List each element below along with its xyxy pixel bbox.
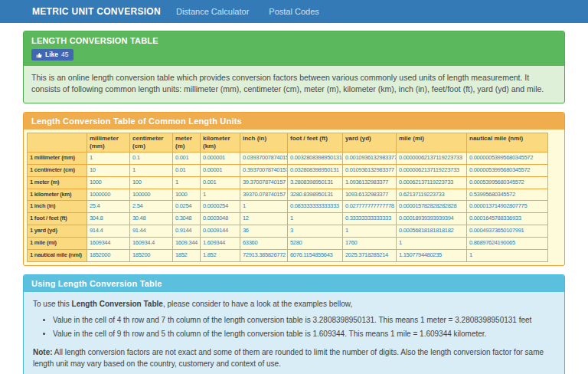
table-row: 1 yard (yd)914.491.440.91440.00091443631… — [28, 225, 548, 238]
value-cell: 0.0000053995680345572 — [467, 164, 548, 176]
value-cell: 91.44 — [130, 225, 173, 238]
value-cell: 0.0000254 — [201, 201, 240, 213]
value-cell: 1 — [397, 238, 467, 250]
value-cell: 185200 — [130, 249, 173, 261]
usage-note: Note: All length conversion factors are … — [33, 347, 555, 369]
length-panel-heading: LENGTH CONVERSION TABLE Like 45 — [24, 31, 564, 66]
length-panel-title: LENGTH CONVERSION TABLE — [31, 36, 557, 45]
value-cell: 1 — [343, 225, 397, 238]
row-label-cell: 1 kilometer (km) — [28, 189, 87, 201]
table-row: 1 kilometer (km)10000001000001000139370.… — [28, 189, 548, 201]
value-cell: 0.00000053995680345572 — [467, 152, 548, 164]
usage-example-item: Value in the cell of 4 th row and 7 th c… — [53, 315, 555, 326]
facebook-like-button[interactable]: Like 45 — [31, 49, 74, 61]
value-cell: 0.0032808398950131 — [288, 152, 343, 164]
nav-link[interactable]: Distance Calculator — [176, 7, 249, 16]
value-cell: 0.53995680345572 — [467, 189, 548, 201]
value-cell: 0.00000062137119223733 — [397, 152, 467, 164]
value-cell: 2.54 — [130, 201, 173, 213]
table-row: 1 nautical mile (nmi)185200018520018521.… — [28, 249, 548, 261]
value-cell: 25.4 — [87, 201, 130, 213]
brand-link[interactable]: METRIC UNIT CONVERSION — [32, 6, 161, 17]
value-cell: 0.00001 — [201, 164, 240, 176]
value-cell: 160934.4 — [130, 238, 173, 250]
column-header-cell: inch (in) — [240, 133, 288, 152]
navbar: METRIC UNIT CONVERSION Distance Calculat… — [0, 0, 588, 23]
value-cell: 914.4 — [87, 225, 130, 238]
table-header-row: millimeter (mm)centimeter (cm)meter (m)k… — [28, 133, 548, 152]
column-header-cell: yard (yd) — [343, 133, 397, 152]
value-cell: 1852 — [173, 249, 201, 261]
value-cell: 72913.385826772 — [240, 249, 288, 261]
value-cell: 1000000 — [87, 189, 130, 201]
value-cell: 0.9144 — [173, 225, 201, 238]
value-cell: 0.027777777777778 — [343, 201, 397, 213]
conversion-table-title: Length Conversion Table of Common Length… — [31, 116, 557, 126]
table-row: 1 inch (in)25.42.540.02540.000025410.083… — [28, 201, 548, 213]
value-cell: 3280.8398950131 — [288, 189, 343, 201]
usage-panel-heading: Using Length Conversion Table — [24, 275, 564, 292]
value-cell: 0.00018939393939394 — [397, 213, 467, 225]
value-cell: 0.0254 — [173, 201, 201, 213]
usage-panel-title: Using Length Conversion Table — [31, 279, 557, 288]
row-label-cell: 1 meter (m) — [28, 176, 87, 189]
column-header-cell: centimeter (cm) — [130, 133, 173, 152]
value-cell: 304.8 — [87, 213, 130, 225]
thumbs-up-icon — [36, 51, 43, 58]
value-cell: 0.001 — [201, 176, 240, 189]
value-cell: 3.2808398950131 — [288, 176, 343, 189]
value-cell: 39.370078740157 — [240, 176, 288, 189]
value-cell: 0.000015782828282828 — [397, 201, 467, 213]
value-cell: 1609.344 — [173, 238, 201, 250]
nav-link[interactable]: Postal Codes — [269, 7, 318, 16]
value-cell: 1000 — [87, 176, 130, 189]
value-cell: 0.032808398950131 — [288, 164, 343, 176]
value-cell: 12 — [240, 213, 288, 225]
row-label-cell: 1 foot / feet (ft) — [28, 213, 87, 225]
value-cell: 0.0009144 — [201, 225, 240, 238]
value-cell: 0.00053995680345572 — [467, 176, 548, 189]
value-cell: 0.39370078740157 — [240, 164, 288, 176]
value-cell: 0.001 — [173, 152, 201, 164]
value-cell: 1 — [240, 201, 288, 213]
usage-panel: Using Length Conversion Table To use thi… — [23, 274, 565, 374]
length-conversion-table: millimeter (mm)centimeter (cm)meter (m)k… — [27, 133, 548, 262]
row-label-cell: 1 millimeter (mm) — [28, 152, 87, 164]
value-cell: 2025.3718285214 — [343, 249, 397, 261]
value-cell: 10 — [87, 164, 130, 176]
value-cell: 1 — [201, 189, 240, 201]
value-cell: 0.62137119223733 — [397, 189, 467, 201]
value-cell: 0.0003048 — [201, 213, 240, 225]
value-cell: 1852000 — [87, 249, 130, 261]
value-cell: 0.00056818181818182 — [397, 225, 467, 238]
value-cell: 0.1 — [130, 152, 173, 164]
table-row: 1 centimeter (cm)1010.010.000010.3937007… — [28, 164, 548, 176]
column-header-cell: kilometer (km) — [201, 133, 240, 152]
value-cell: 0.86897624190065 — [467, 238, 548, 250]
usage-example-item: Value in the cell of 9 th row and 5 th c… — [53, 329, 555, 340]
value-cell: 1.1507794480235 — [397, 249, 467, 261]
usage-panel-body: To use this Length Conversion Table, ple… — [24, 292, 564, 374]
like-label: Like — [45, 51, 58, 58]
value-cell: 63360 — [240, 238, 288, 250]
value-cell: 0.00049373650107991 — [467, 225, 548, 238]
length-panel-description: This is an online length conversion tabl… — [24, 66, 564, 103]
usage-examples-list: Value in the cell of 4 th row and 7 th c… — [53, 315, 555, 340]
value-cell: 1760 — [343, 238, 397, 250]
value-cell: 1 — [130, 164, 173, 176]
column-header-cell: meter (m) — [173, 133, 201, 152]
nav-links: Distance CalculatorPostal Codes — [176, 7, 339, 16]
main-content: LENGTH CONVERSION TABLE Like 45 This is … — [23, 31, 565, 374]
value-cell: 3 — [288, 225, 343, 238]
value-cell: 0.3048 — [173, 213, 201, 225]
value-cell: 0.0010936132983377 — [343, 152, 397, 164]
row-label-cell: 1 mile (mi) — [28, 238, 87, 250]
value-cell: 36 — [240, 225, 288, 238]
value-cell: 0.083333333333333 — [288, 201, 343, 213]
value-cell: 1 — [288, 213, 343, 225]
value-cell: 0.000013714902807775 — [467, 201, 548, 213]
value-cell: 1.0936132983377 — [343, 176, 397, 189]
value-cell: 0.01 — [173, 164, 201, 176]
value-cell: 0.000001 — [201, 152, 240, 164]
table-body: 1 millimeter (mm)10.10.0010.0000010.0393… — [28, 152, 548, 261]
